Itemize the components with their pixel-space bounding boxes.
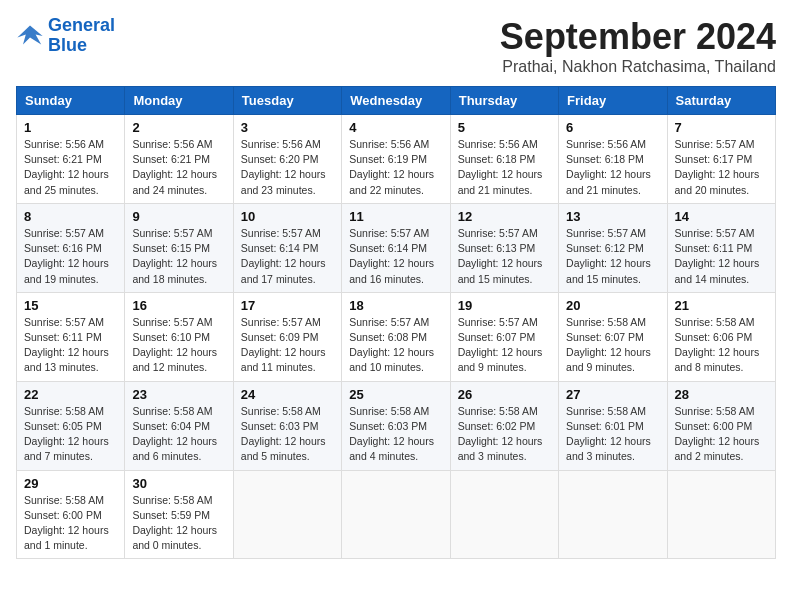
table-row: 20 Sunrise: 5:58 AM Sunset: 6:07 PM Dayl…: [559, 292, 667, 381]
day-detail: Sunrise: 5:56 AM Sunset: 6:18 PM Dayligh…: [566, 137, 659, 198]
table-row: 26 Sunrise: 5:58 AM Sunset: 6:02 PM Dayl…: [450, 381, 558, 470]
table-row: 24 Sunrise: 5:58 AM Sunset: 6:03 PM Dayl…: [233, 381, 341, 470]
day-number: 1: [24, 120, 117, 135]
day-number: 12: [458, 209, 551, 224]
table-row: 19 Sunrise: 5:57 AM Sunset: 6:07 PM Dayl…: [450, 292, 558, 381]
day-number: 14: [675, 209, 768, 224]
calendar-week-row: 8 Sunrise: 5:57 AM Sunset: 6:16 PM Dayli…: [17, 203, 776, 292]
day-detail: Sunrise: 5:58 AM Sunset: 6:05 PM Dayligh…: [24, 404, 117, 465]
day-number: 18: [349, 298, 442, 313]
day-detail: Sunrise: 5:56 AM Sunset: 6:18 PM Dayligh…: [458, 137, 551, 198]
table-row: 28 Sunrise: 5:58 AM Sunset: 6:00 PM Dayl…: [667, 381, 775, 470]
table-row: 22 Sunrise: 5:58 AM Sunset: 6:05 PM Dayl…: [17, 381, 125, 470]
day-detail: Sunrise: 5:57 AM Sunset: 6:12 PM Dayligh…: [566, 226, 659, 287]
table-row: 18 Sunrise: 5:57 AM Sunset: 6:08 PM Dayl…: [342, 292, 450, 381]
day-number: 11: [349, 209, 442, 224]
day-detail: Sunrise: 5:58 AM Sunset: 6:03 PM Dayligh…: [241, 404, 334, 465]
day-detail: Sunrise: 5:58 AM Sunset: 6:02 PM Dayligh…: [458, 404, 551, 465]
day-detail: Sunrise: 5:58 AM Sunset: 6:04 PM Dayligh…: [132, 404, 225, 465]
day-number: 26: [458, 387, 551, 402]
table-row: 10 Sunrise: 5:57 AM Sunset: 6:14 PM Dayl…: [233, 203, 341, 292]
day-number: 10: [241, 209, 334, 224]
table-row: 25 Sunrise: 5:58 AM Sunset: 6:03 PM Dayl…: [342, 381, 450, 470]
table-row: 16 Sunrise: 5:57 AM Sunset: 6:10 PM Dayl…: [125, 292, 233, 381]
col-wednesday: Wednesday: [342, 87, 450, 115]
table-row: 23 Sunrise: 5:58 AM Sunset: 6:04 PM Dayl…: [125, 381, 233, 470]
header: General Blue September 2024 Prathai, Nak…: [16, 16, 776, 76]
day-detail: Sunrise: 5:57 AM Sunset: 6:13 PM Dayligh…: [458, 226, 551, 287]
table-row: 30 Sunrise: 5:58 AM Sunset: 5:59 PM Dayl…: [125, 470, 233, 559]
table-row: 6 Sunrise: 5:56 AM Sunset: 6:18 PM Dayli…: [559, 115, 667, 204]
col-saturday: Saturday: [667, 87, 775, 115]
day-number: 23: [132, 387, 225, 402]
day-detail: Sunrise: 5:57 AM Sunset: 6:14 PM Dayligh…: [241, 226, 334, 287]
table-row: 14 Sunrise: 5:57 AM Sunset: 6:11 PM Dayl…: [667, 203, 775, 292]
day-number: 13: [566, 209, 659, 224]
day-number: 20: [566, 298, 659, 313]
table-row: 21 Sunrise: 5:58 AM Sunset: 6:06 PM Dayl…: [667, 292, 775, 381]
day-number: 21: [675, 298, 768, 313]
day-detail: Sunrise: 5:58 AM Sunset: 6:06 PM Dayligh…: [675, 315, 768, 376]
logo-text: General Blue: [48, 16, 115, 56]
table-row: 11 Sunrise: 5:57 AM Sunset: 6:14 PM Dayl…: [342, 203, 450, 292]
day-detail: Sunrise: 5:57 AM Sunset: 6:10 PM Dayligh…: [132, 315, 225, 376]
day-number: 24: [241, 387, 334, 402]
day-detail: Sunrise: 5:57 AM Sunset: 6:11 PM Dayligh…: [24, 315, 117, 376]
table-row: [667, 470, 775, 559]
table-row: 2 Sunrise: 5:56 AM Sunset: 6:21 PM Dayli…: [125, 115, 233, 204]
table-row: 17 Sunrise: 5:57 AM Sunset: 6:09 PM Dayl…: [233, 292, 341, 381]
day-detail: Sunrise: 5:58 AM Sunset: 6:07 PM Dayligh…: [566, 315, 659, 376]
table-row: 4 Sunrise: 5:56 AM Sunset: 6:19 PM Dayli…: [342, 115, 450, 204]
table-row: 7 Sunrise: 5:57 AM Sunset: 6:17 PM Dayli…: [667, 115, 775, 204]
day-detail: Sunrise: 5:58 AM Sunset: 6:00 PM Dayligh…: [24, 493, 117, 554]
day-detail: Sunrise: 5:57 AM Sunset: 6:15 PM Dayligh…: [132, 226, 225, 287]
day-number: 28: [675, 387, 768, 402]
col-monday: Monday: [125, 87, 233, 115]
day-detail: Sunrise: 5:57 AM Sunset: 6:14 PM Dayligh…: [349, 226, 442, 287]
day-number: 8: [24, 209, 117, 224]
calendar-week-row: 1 Sunrise: 5:56 AM Sunset: 6:21 PM Dayli…: [17, 115, 776, 204]
calendar-week-row: 22 Sunrise: 5:58 AM Sunset: 6:05 PM Dayl…: [17, 381, 776, 470]
table-row: [233, 470, 341, 559]
calendar-week-row: 29 Sunrise: 5:58 AM Sunset: 6:00 PM Dayl…: [17, 470, 776, 559]
day-number: 5: [458, 120, 551, 135]
day-number: 17: [241, 298, 334, 313]
svg-marker-0: [17, 25, 42, 44]
table-row: 8 Sunrise: 5:57 AM Sunset: 6:16 PM Dayli…: [17, 203, 125, 292]
day-number: 27: [566, 387, 659, 402]
title-section: September 2024 Prathai, Nakhon Ratchasim…: [500, 16, 776, 76]
day-detail: Sunrise: 5:57 AM Sunset: 6:09 PM Dayligh…: [241, 315, 334, 376]
day-number: 19: [458, 298, 551, 313]
day-number: 2: [132, 120, 225, 135]
day-detail: Sunrise: 5:58 AM Sunset: 6:03 PM Dayligh…: [349, 404, 442, 465]
day-number: 25: [349, 387, 442, 402]
table-row: [450, 470, 558, 559]
table-row: 5 Sunrise: 5:56 AM Sunset: 6:18 PM Dayli…: [450, 115, 558, 204]
day-detail: Sunrise: 5:57 AM Sunset: 6:16 PM Dayligh…: [24, 226, 117, 287]
day-detail: Sunrise: 5:57 AM Sunset: 6:07 PM Dayligh…: [458, 315, 551, 376]
day-detail: Sunrise: 5:58 AM Sunset: 6:01 PM Dayligh…: [566, 404, 659, 465]
day-detail: Sunrise: 5:56 AM Sunset: 6:19 PM Dayligh…: [349, 137, 442, 198]
table-row: [559, 470, 667, 559]
day-number: 16: [132, 298, 225, 313]
table-row: 1 Sunrise: 5:56 AM Sunset: 6:21 PM Dayli…: [17, 115, 125, 204]
calendar-table: Sunday Monday Tuesday Wednesday Thursday…: [16, 86, 776, 559]
day-number: 30: [132, 476, 225, 491]
day-detail: Sunrise: 5:56 AM Sunset: 6:20 PM Dayligh…: [241, 137, 334, 198]
table-row: 13 Sunrise: 5:57 AM Sunset: 6:12 PM Dayl…: [559, 203, 667, 292]
table-row: 3 Sunrise: 5:56 AM Sunset: 6:20 PM Dayli…: [233, 115, 341, 204]
logo: General Blue: [16, 16, 115, 56]
table-row: 29 Sunrise: 5:58 AM Sunset: 6:00 PM Dayl…: [17, 470, 125, 559]
day-number: 29: [24, 476, 117, 491]
day-detail: Sunrise: 5:56 AM Sunset: 6:21 PM Dayligh…: [24, 137, 117, 198]
day-number: 6: [566, 120, 659, 135]
day-detail: Sunrise: 5:57 AM Sunset: 6:08 PM Dayligh…: [349, 315, 442, 376]
day-detail: Sunrise: 5:57 AM Sunset: 6:11 PM Dayligh…: [675, 226, 768, 287]
day-detail: Sunrise: 5:57 AM Sunset: 6:17 PM Dayligh…: [675, 137, 768, 198]
day-detail: Sunrise: 5:58 AM Sunset: 5:59 PM Dayligh…: [132, 493, 225, 554]
day-number: 9: [132, 209, 225, 224]
day-number: 22: [24, 387, 117, 402]
col-friday: Friday: [559, 87, 667, 115]
table-row: 12 Sunrise: 5:57 AM Sunset: 6:13 PM Dayl…: [450, 203, 558, 292]
calendar-week-row: 15 Sunrise: 5:57 AM Sunset: 6:11 PM Dayl…: [17, 292, 776, 381]
